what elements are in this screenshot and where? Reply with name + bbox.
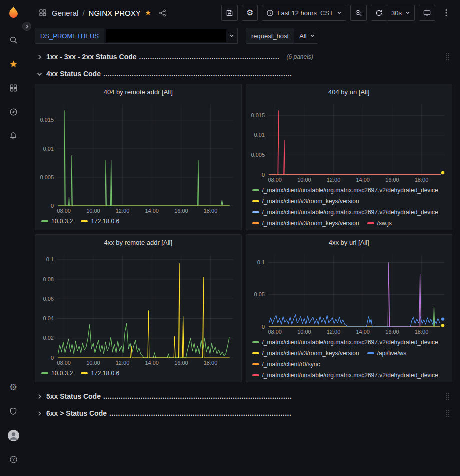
tv-mode-button[interactable] bbox=[419, 5, 435, 21]
sidebar-item-starred[interactable] bbox=[3, 54, 23, 74]
breadcrumb-section[interactable]: General bbox=[52, 9, 78, 17]
redacted-value bbox=[106, 29, 226, 42]
zoom-out-time-button[interactable] bbox=[350, 5, 367, 21]
breadcrumb-dashboard-title[interactable]: NGINX PROXY bbox=[89, 9, 141, 17]
legend-label: /sw.js bbox=[377, 220, 392, 227]
sidebar-item-dashboards[interactable] bbox=[3, 78, 23, 98]
svg-text:08:00: 08:00 bbox=[57, 208, 71, 214]
svg-text:0: 0 bbox=[261, 324, 264, 330]
legend-item[interactable]: /_matrix/client/v3/room_keys/version bbox=[252, 349, 359, 358]
row-6xx-status-code[interactable]: 6xx > Status Code.......................… bbox=[35, 406, 452, 420]
row-4xx-status-code[interactable]: 4xx Status Code.........................… bbox=[35, 67, 452, 81]
favorite-star-icon[interactable]: ★ bbox=[145, 8, 151, 17]
legend-swatch bbox=[367, 222, 374, 224]
monitor-icon bbox=[423, 9, 431, 17]
svg-text:0.06: 0.06 bbox=[43, 296, 54, 302]
legend-item[interactable]: 10.0.3.2 bbox=[41, 369, 73, 378]
grafana-app: ⚙ ? General / NGINX PROXY bbox=[0, 0, 460, 476]
row-title-dots: ........................................… bbox=[103, 70, 292, 78]
legend-item[interactable]: /_matrix/client/r0/sync bbox=[252, 360, 320, 369]
row-drag-handle[interactable] bbox=[445, 409, 450, 417]
svg-text:12:00: 12:00 bbox=[326, 329, 340, 335]
legend-item[interactable]: 172.18.0.6 bbox=[81, 369, 119, 378]
sidebar-expand-button[interactable] bbox=[22, 22, 31, 31]
sidebar-item-configuration[interactable]: ⚙ bbox=[3, 377, 23, 397]
drag-dots-icon bbox=[445, 409, 450, 417]
row-1xx-3xx-2xx-status-code[interactable]: 1xx - 3xx - 2xx Status Code.............… bbox=[35, 50, 452, 64]
row-drag-handle[interactable] bbox=[445, 392, 450, 400]
svg-text:0.005: 0.005 bbox=[40, 174, 54, 180]
legend-item[interactable]: /sw.js bbox=[367, 219, 392, 228]
grafana-flame-icon bbox=[7, 6, 20, 19]
grafana-logo-icon[interactable] bbox=[5, 4, 22, 21]
legend-label: /_matrix/client/v3/room_keys/version bbox=[262, 198, 359, 205]
legend-label: /api/live/ws bbox=[377, 350, 407, 357]
sidebar-bottom: ⚙ ? bbox=[3, 375, 23, 471]
refresh-dashboard-button[interactable] bbox=[371, 5, 387, 21]
legend-swatch bbox=[41, 372, 48, 374]
dashboard-grid-icon bbox=[38, 6, 48, 20]
save-dashboard-button[interactable] bbox=[221, 5, 238, 21]
legend-item[interactable]: /api/live/ws bbox=[367, 349, 407, 358]
time-range-picker[interactable]: Last 12 hours CST bbox=[262, 5, 346, 21]
legend-swatch bbox=[252, 211, 259, 213]
panel-chart[interactable]: 08:0010:0012:0014:0016:0018:0000.050.1 bbox=[246, 250, 452, 337]
dashboard-settings-button[interactable]: ⚙ bbox=[242, 5, 258, 21]
svg-text:0.04: 0.04 bbox=[43, 315, 54, 321]
row-drag-handle[interactable] bbox=[445, 53, 450, 61]
legend-swatch bbox=[252, 200, 259, 202]
panel-404-by-remote-addr: 404 by remote addr [All] 08:0010:0012:00… bbox=[35, 84, 242, 230]
sidebar-item-search[interactable] bbox=[3, 30, 23, 50]
row-5xx-status-code[interactable]: 5xx Status Code.........................… bbox=[35, 389, 452, 403]
panel-title[interactable]: 404 by remote addr [All] bbox=[35, 84, 241, 99]
star-icon bbox=[9, 60, 18, 68]
gear-icon: ⚙ bbox=[246, 9, 253, 17]
request-host-variable: request_host All bbox=[246, 28, 318, 44]
sidebar: ⚙ ? bbox=[0, 0, 27, 476]
svg-text:16:00: 16:00 bbox=[385, 329, 399, 335]
refresh-interval-dropdown[interactable]: 30s bbox=[387, 5, 415, 21]
panel-title[interactable]: 4xx by uri [All] bbox=[246, 235, 452, 250]
panel-legend: 10.0.3.2172.18.0.6 bbox=[35, 368, 241, 382]
variables-toolbar: DS_PROMETHEUS request_host All bbox=[27, 26, 460, 46]
legend-item[interactable]: /_matrix/client/unstable/org.matrix.msc2… bbox=[252, 338, 438, 347]
legend-label: /_matrix/client/unstable/org.matrix.msc2… bbox=[262, 372, 438, 379]
legend-label: /_matrix/client/unstable/org.matrix.msc2… bbox=[262, 187, 438, 194]
sidebar-item-explore[interactable] bbox=[3, 102, 23, 122]
legend-item[interactable]: /_matrix/client/unstable/org.matrix.msc2… bbox=[252, 208, 438, 217]
request-host-variable-label[interactable]: request_host bbox=[246, 28, 294, 44]
legend-label: /_matrix/client/v3/room_keys/version bbox=[262, 350, 359, 357]
datasource-variable-value[interactable] bbox=[104, 28, 238, 44]
chevron-down-icon bbox=[229, 33, 234, 38]
legend-item[interactable]: /_matrix/client/unstable/org.matrix.msc2… bbox=[252, 186, 438, 195]
svg-text:0.01: 0.01 bbox=[43, 146, 54, 152]
chart-svg: 08:0010:0012:0014:0016:0018:0000.0050.01… bbox=[35, 99, 241, 216]
svg-text:0.1: 0.1 bbox=[46, 256, 54, 262]
sidebar-item-alerting[interactable] bbox=[3, 126, 23, 146]
panel-chart[interactable]: 08:0010:0012:0014:0016:0018:0000.0050.01… bbox=[35, 99, 241, 216]
sidebar-item-profile[interactable] bbox=[3, 425, 23, 445]
panel-chart[interactable]: 08:0010:0012:0014:0016:0018:0000.020.040… bbox=[35, 250, 241, 368]
legend-item[interactable]: /_matrix/client/v3/room_keys/version bbox=[252, 219, 359, 228]
sidebar-item-server-admin[interactable] bbox=[3, 401, 23, 421]
request-host-variable-value[interactable]: All bbox=[294, 28, 318, 44]
kebab-menu-button[interactable] bbox=[439, 6, 453, 20]
panel-legend: /_matrix/client/unstable/org.matrix.msc2… bbox=[246, 185, 452, 230]
legend-item[interactable]: /_matrix/client/v3/room_keys/version bbox=[252, 197, 359, 206]
svg-text:14:00: 14:00 bbox=[145, 360, 159, 366]
time-range-label: Last 12 hours bbox=[277, 9, 317, 17]
row-title: 4xx Status Code.........................… bbox=[46, 70, 292, 78]
panel-title[interactable]: 404 by uri [All] bbox=[246, 84, 452, 99]
legend-item[interactable]: /_matrix/client/unstable/org.matrix.msc2… bbox=[252, 371, 438, 380]
sidebar-item-help[interactable]: ? bbox=[3, 449, 23, 469]
row-panel-count: (6 panels) bbox=[286, 53, 313, 60]
legend-swatch bbox=[252, 352, 259, 354]
legend-item[interactable]: 172.18.0.6 bbox=[81, 217, 119, 226]
legend-item[interactable]: 10.0.3.2 bbox=[41, 217, 73, 226]
panel-title[interactable]: 4xx by remote addr [All] bbox=[35, 235, 241, 250]
chevron-right-icon bbox=[37, 411, 42, 416]
panel-chart[interactable]: 08:0010:0012:0014:0016:0018:0000.0050.01… bbox=[246, 99, 452, 185]
svg-text:14:00: 14:00 bbox=[356, 329, 370, 335]
datasource-variable-label[interactable]: DS_PROMETHEUS bbox=[35, 28, 104, 44]
share-dashboard-button[interactable] bbox=[155, 6, 169, 20]
